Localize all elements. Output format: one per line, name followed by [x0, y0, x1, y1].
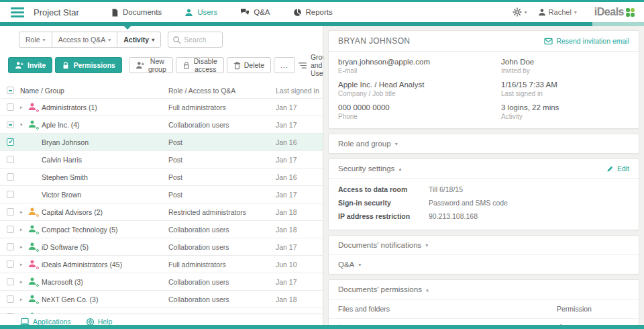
- active-tab-pointer: [123, 26, 131, 30]
- disable-access-button[interactable]: Disable access: [176, 57, 224, 73]
- table-row[interactable]: Calvin Harris Post Jan 17: [0, 151, 323, 169]
- row-role: Restricted administrators: [168, 208, 276, 216]
- nav-tab-reports[interactable]: Reports: [293, 8, 333, 17]
- person-plus-icon: [136, 61, 145, 69]
- role-filter-button[interactable]: Role▾: [19, 32, 52, 48]
- user-detail-panel: BRYAN JOHNSON Resend invitation email br…: [323, 26, 644, 329]
- row-name: iDeals Administrators (45): [42, 261, 168, 269]
- row-name: Victor Brown: [42, 191, 168, 199]
- security-row: Access to data room Till 6/18/15: [338, 183, 629, 196]
- more-actions-button[interactable]: ...: [274, 57, 295, 73]
- menu-icon[interactable]: [11, 5, 24, 19]
- row-checkbox[interactable]: [7, 103, 14, 111]
- activity-filter-button[interactable]: Activity▾: [117, 32, 161, 48]
- expand-arrow-icon[interactable]: ▾: [20, 122, 28, 128]
- nav-tab-users[interactable]: Users: [184, 8, 217, 17]
- nav-tab-documents[interactable]: Documents: [111, 8, 162, 17]
- group-icon: [28, 259, 38, 269]
- users-panel: Role▾ Access to Q&A▾ Activity▾ Invite Pe…: [0, 26, 323, 329]
- row-checkbox[interactable]: [7, 261, 14, 268]
- table-row[interactable]: ▸ Compact Technology (5) Collaboration u…: [0, 221, 323, 238]
- row-name: Aple Inc. (4): [42, 121, 168, 129]
- table-row[interactable]: ▸ XBC IT (3) Collaboration users Jan 18: [0, 308, 323, 314]
- table-row[interactable]: ▸ Macrosoft (3) Collaboration users Jan …: [0, 273, 323, 291]
- delete-button[interactable]: Delete: [227, 57, 271, 73]
- expand-arrow-icon[interactable]: ▸: [20, 262, 28, 267]
- table-row[interactable]: Victor Brown Post Jan 17: [0, 186, 323, 203]
- row-role: Post: [168, 156, 276, 164]
- table-row[interactable]: ▸ iDeals Administrators (45) Full admini…: [0, 256, 323, 273]
- invite-button[interactable]: Invite: [8, 57, 52, 73]
- edit-security-link[interactable]: Edit: [606, 164, 629, 173]
- notifications-qa-card: Documents' notifications ▾ Q&A ▾: [328, 235, 639, 275]
- qa-access-filter-button[interactable]: Access to Q&A▾: [52, 32, 118, 48]
- search-box: [168, 32, 223, 48]
- row-checkbox[interactable]: [7, 173, 14, 181]
- qa-toggle[interactable]: Q&A ▾: [329, 255, 639, 274]
- row-last-signed-in: Jan 18: [276, 295, 323, 303]
- group-icon: [28, 242, 38, 251]
- expand-arrow-icon[interactable]: ▸: [20, 279, 28, 285]
- row-last-signed-in: Jan 17: [276, 156, 323, 164]
- user-menu[interactable]: Rachel ▾: [538, 8, 577, 16]
- security-settings-toggle[interactable]: Security settings ▴ Edit: [329, 159, 639, 178]
- row-role: Full administrators: [168, 261, 276, 269]
- row-checkbox[interactable]: [7, 313, 14, 314]
- chevron-down-icon: ▾: [574, 9, 577, 15]
- row-role: Collaboration users: [168, 226, 276, 234]
- group-icon: [28, 120, 38, 129]
- group-icon: [28, 312, 38, 314]
- row-last-signed-in: Jan 18: [276, 208, 323, 216]
- group-icon: [28, 294, 38, 303]
- row-checkbox[interactable]: [7, 121, 14, 128]
- role-and-group-toggle[interactable]: Role and group ▾: [329, 134, 639, 153]
- settings-menu[interactable]: ▾: [513, 7, 527, 17]
- expand-arrow-icon[interactable]: ▸: [20, 209, 28, 215]
- table-row[interactable]: ▾ Aple Inc. (4) Collaboration users Jan …: [0, 116, 323, 134]
- search-input[interactable]: [184, 36, 221, 44]
- table-row[interactable]: Stephen Smith Post Jan 16: [0, 169, 323, 186]
- row-checkbox[interactable]: [7, 156, 14, 163]
- field-value: John Doe: [501, 58, 629, 66]
- row-checkbox[interactable]: [7, 208, 14, 216]
- row-checkbox[interactable]: [7, 138, 14, 146]
- filter-group: Role▾ Access to Q&A▾ Activity▾: [19, 32, 161, 48]
- expand-arrow-icon[interactable]: ▸: [20, 227, 28, 232]
- permissions-button[interactable]: Permissions: [55, 57, 121, 73]
- documents-permissions-toggle[interactable]: Documents' permissions ▴: [329, 280, 639, 299]
- table-row[interactable]: ▸ Capital Advisors (2) Restricted admini…: [0, 203, 323, 221]
- row-checkbox[interactable]: [7, 278, 14, 285]
- documents-notifications-toggle[interactable]: Documents' notifications ▾: [329, 236, 639, 254]
- row-last-signed-in: Jan 16: [276, 173, 323, 181]
- group-icon: [28, 277, 38, 286]
- pencil-icon: [606, 165, 614, 173]
- row-checkbox[interactable]: [7, 295, 14, 303]
- row-checkbox[interactable]: [7, 226, 14, 233]
- app-header: Project Star Documents Users Q&A Reports…: [0, 2, 644, 22]
- nav-tab-qa[interactable]: Q&A: [240, 8, 270, 16]
- select-all-checkbox[interactable]: [7, 87, 14, 94]
- field-label: Invited by: [501, 67, 629, 75]
- row-checkbox[interactable]: [7, 243, 14, 250]
- security-label: Sign-in security: [338, 199, 429, 207]
- resend-invitation-link[interactable]: Resend invitation email: [544, 37, 629, 45]
- document-icon: [111, 8, 119, 17]
- field-value: 1/16/15 7:33 AM: [501, 81, 629, 89]
- field-value: Apple Inc. / Head Analyst: [338, 81, 501, 89]
- chevron-up-icon: ▴: [398, 166, 401, 172]
- security-settings-card: Security settings ▴ Edit Access to data …: [328, 158, 639, 230]
- table-row[interactable]: Bryan Johnson Post Jan 16: [0, 134, 323, 151]
- expand-arrow-icon[interactable]: ▸: [20, 244, 28, 250]
- table-row[interactable]: ▸ iD Software (5) Collaboration users Ja…: [0, 238, 323, 256]
- table-row[interactable]: ▸ Administrators (1) Full administrators…: [0, 99, 323, 116]
- table-row[interactable]: ▸ NeXT Gen Co. (3) Collaboration users J…: [0, 291, 323, 308]
- new-group-button[interactable]: New group: [129, 57, 173, 73]
- column-last-signed-in: Last signed in: [276, 87, 323, 95]
- envelope-icon: [544, 38, 553, 45]
- row-checkbox[interactable]: [7, 191, 14, 198]
- expand-arrow-icon[interactable]: ▸: [20, 105, 28, 110]
- search-icon: [172, 36, 181, 44]
- field-value: 3 logins, 22 mins: [501, 103, 629, 111]
- expand-arrow-icon[interactable]: ▸: [20, 297, 28, 302]
- row-last-signed-in: Jan 17: [276, 243, 323, 251]
